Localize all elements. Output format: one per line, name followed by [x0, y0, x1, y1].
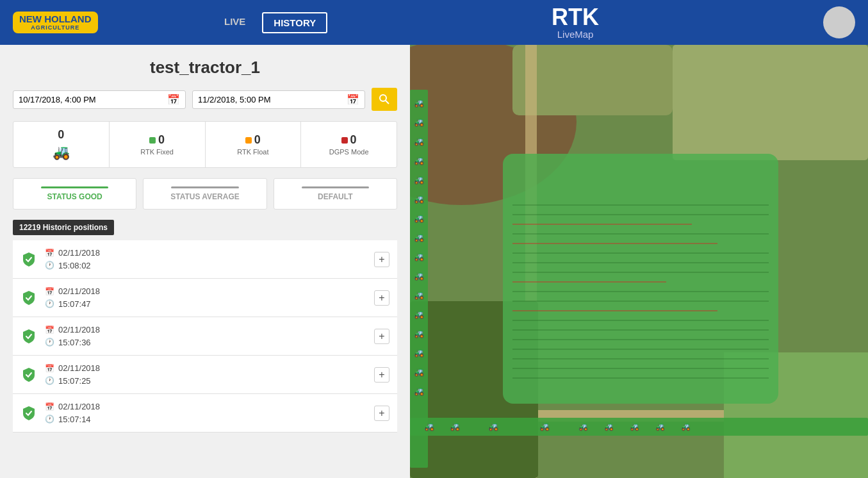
svg-text:🚜: 🚜 [414, 328, 425, 339]
shield-icon [20, 367, 37, 383]
nav-live[interactable]: LIVE [214, 12, 256, 33]
svg-point-0 [380, 95, 386, 101]
bar-default [302, 186, 369, 188]
svg-text:🚜: 🚜 [414, 174, 425, 185]
svg-text:🚜: 🚜 [414, 251, 425, 262]
clock-mini-icon: 🕐 [45, 260, 54, 271]
svg-rect-10 [503, 154, 778, 404]
main-content: test_tractor_1 📅 📅 0 🚜 [0, 45, 868, 478]
dot-red [341, 137, 348, 144]
stat-tractor: 0 🚜 [13, 122, 110, 167]
tractor-icon: 🚜 [53, 144, 70, 161]
svg-text:🚜: 🚜 [539, 421, 550, 432]
brand-name: NEW HOLLAND [19, 14, 92, 25]
add-position-button[interactable]: + [374, 329, 389, 344]
calendar-start-icon[interactable]: 📅 [167, 94, 180, 106]
filter-good[interactable]: STATUS GOOD [13, 178, 136, 210]
add-position-button[interactable]: + [374, 406, 389, 421]
stat-dgps: 0 DGPS Mode [301, 122, 397, 167]
nav-links: LIVE HISTORY [214, 12, 327, 33]
clock-mini-icon: 🕐 [45, 413, 54, 425]
position-date: 📅 02/11/2018 [45, 324, 374, 336]
list-item: 📅 02/11/2018 🕐 15:08:02 + [13, 240, 397, 279]
date-row: 📅 📅 [13, 88, 397, 111]
svg-text:🚜: 🚜 [414, 270, 425, 281]
logo-badge: NEW HOLLAND AGRICULTURE [13, 12, 98, 34]
date-value: 02/11/2018 [58, 324, 100, 336]
rtk-fixed-count: 0 [158, 133, 165, 147]
svg-text:🚜: 🚜 [414, 136, 425, 147]
date-end-input[interactable] [198, 95, 347, 104]
tractor-name: test_tractor_1 [13, 58, 397, 78]
svg-text:🚜: 🚜 [414, 367, 425, 377]
map-svg: 🚜 🚜 🚜 🚜 🚜 🚜 🚜 🚜 🚜 🚜 🚜 🚜 🚜 🚜 🚜 🚜 🚜 🚜 🚜 🚜 … [410, 45, 868, 478]
svg-rect-5 [673, 45, 868, 160]
filter-average[interactable]: STATUS AVERAGE [143, 178, 266, 210]
svg-text:🚜: 🚜 [414, 194, 425, 204]
date-value: 02/11/2018 [58, 400, 100, 413]
status-filters: STATUS GOOD STATUS AVERAGE DEFAULT [13, 178, 397, 210]
nav-history[interactable]: HISTORY [262, 12, 327, 33]
shield-icon [20, 251, 37, 268]
svg-text:🚜: 🚜 [414, 117, 425, 128]
stat-rtk-fixed: 0 RTK Fixed [110, 122, 206, 167]
map-panel[interactable]: 🚜 🚜 🚜 🚜 🚜 🚜 🚜 🚜 🚜 🚜 🚜 🚜 🚜 🚜 🚜 🚜 🚜 🚜 🚜 🚜 … [410, 45, 868, 478]
filter-good-label: STATUS GOOD [47, 192, 102, 201]
calendar-mini-icon: 📅 [45, 324, 54, 336]
dgps-count: 0 [350, 133, 357, 147]
date-end-group[interactable]: 📅 [192, 90, 365, 109]
stat-tractor-count: 0 [58, 128, 64, 142]
rtk-title: RTK [327, 6, 823, 29]
svg-text:🚜: 🚜 [450, 421, 461, 432]
position-info: 📅 02/11/2018 🕐 15:07:47 [45, 285, 374, 310]
svg-text:🚜: 🚜 [630, 422, 639, 431]
date-start-group[interactable]: 📅 [13, 90, 186, 109]
rtk-float-label: RTK Float [237, 148, 268, 156]
add-position-button[interactable]: + [374, 252, 389, 267]
user-avatar[interactable] [823, 6, 855, 38]
svg-text:🚜: 🚜 [655, 422, 665, 431]
search-button[interactable] [372, 88, 397, 111]
time-value: 15:07:36 [58, 336, 91, 349]
list-item: 📅 02/11/2018 🕐 15:07:47 + [13, 279, 397, 317]
position-date: 📅 02/11/2018 [45, 285, 374, 298]
svg-rect-47 [410, 418, 868, 436]
svg-text:🚜: 🚜 [414, 386, 425, 397]
position-time: 🕐 15:07:36 [45, 336, 374, 349]
list-item: 📅 02/11/2018 🕐 15:07:25 + [13, 356, 397, 394]
date-start-input[interactable] [19, 95, 167, 104]
add-position-button[interactable]: + [374, 367, 389, 383]
add-position-button[interactable]: + [374, 290, 389, 306]
filter-default[interactable]: DEFAULT [274, 178, 397, 210]
position-time: 🕐 15:07:25 [45, 375, 374, 388]
app-header: NEW HOLLAND AGRICULTURE LIVE HISTORY RTK… [0, 0, 868, 45]
position-date: 📅 02/11/2018 [45, 400, 374, 413]
calendar-end-icon[interactable]: 📅 [347, 94, 359, 106]
time-value: 15:07:25 [58, 375, 91, 388]
position-time: 🕐 15:07:47 [45, 298, 374, 311]
position-time: 🕐 15:08:02 [45, 260, 374, 272]
calendar-mini-icon: 📅 [45, 286, 54, 297]
filter-average-label: STATUS AVERAGE [170, 192, 240, 201]
rtk-fixed-label: RTK Fixed [140, 148, 174, 156]
svg-text:🚜: 🚜 [424, 421, 435, 432]
time-value: 15:07:47 [58, 298, 91, 311]
filter-default-label: DEFAULT [318, 192, 352, 201]
svg-text:🚜: 🚜 [414, 309, 425, 320]
position-info: 📅 02/11/2018 🕐 15:07:36 [45, 324, 374, 349]
time-value: 15:08:02 [58, 260, 91, 272]
dgps-label: DGPS Mode [329, 148, 369, 156]
position-list-wrapper: 📅 02/11/2018 🕐 15:08:02 + [13, 240, 397, 433]
positions-header: 12219 Historic positions [13, 220, 114, 235]
date-value: 02/11/2018 [58, 247, 100, 260]
stats-row: 0 🚜 0 RTK Fixed 0 RTK Float [13, 121, 397, 168]
position-time: 🕐 15:07:14 [45, 413, 374, 426]
svg-text:🚜: 🚜 [414, 347, 425, 358]
svg-text:🚜: 🚜 [414, 290, 425, 301]
shield-icon [20, 405, 37, 422]
svg-text:🚜: 🚜 [414, 232, 425, 243]
logo-area: NEW HOLLAND AGRICULTURE [13, 12, 176, 34]
svg-text:🚜: 🚜 [604, 422, 614, 431]
list-item: 📅 02/11/2018 🕐 15:07:36 + [13, 317, 397, 356]
svg-text:🚜: 🚜 [414, 213, 425, 224]
